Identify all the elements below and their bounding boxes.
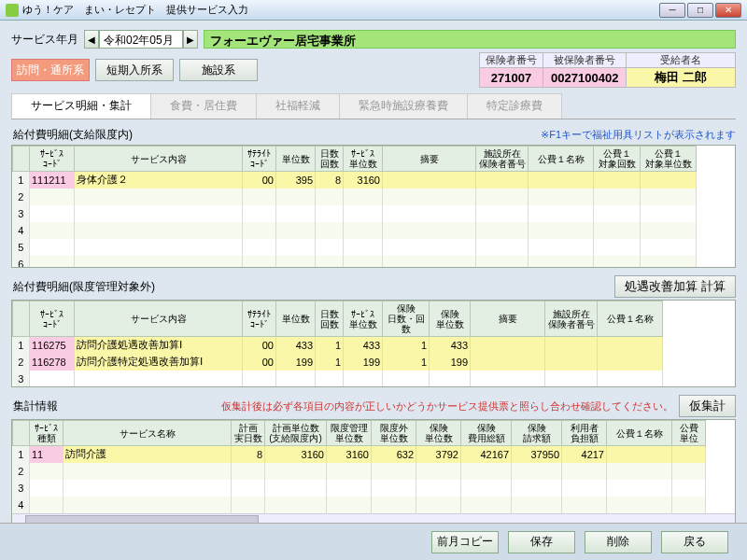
cell[interactable] xyxy=(529,256,594,269)
cell[interactable] xyxy=(562,497,607,513)
cell[interactable]: 00 xyxy=(243,172,276,189)
cell[interactable] xyxy=(344,205,383,222)
cell[interactable] xyxy=(512,480,562,497)
cell[interactable] xyxy=(672,497,706,513)
cell[interactable] xyxy=(476,239,529,256)
cell[interactable]: 8 xyxy=(316,172,344,189)
cell[interactable]: 訪問介護 xyxy=(63,446,232,463)
cell[interactable] xyxy=(316,222,344,239)
cell[interactable] xyxy=(372,497,416,513)
cell[interactable] xyxy=(383,205,476,222)
temp-summary-button[interactable]: 仮集計 xyxy=(679,395,736,417)
tab-1[interactable]: 食費・居住費 xyxy=(150,93,257,119)
delete-button[interactable]: 削除 xyxy=(585,531,652,553)
cell[interactable] xyxy=(383,387,430,388)
cell[interactable] xyxy=(562,463,607,480)
cell[interactable] xyxy=(30,480,63,497)
cell[interactable]: 433 xyxy=(344,337,383,354)
cell[interactable] xyxy=(594,189,641,205)
cell[interactable] xyxy=(30,189,75,205)
cell[interactable] xyxy=(243,256,276,269)
cell[interactable]: 116275 xyxy=(30,337,75,354)
cell[interactable] xyxy=(344,387,383,388)
cell[interactable] xyxy=(416,480,461,497)
cell[interactable] xyxy=(461,480,512,497)
cell[interactable]: 訪問介護処遇改善加算Ⅰ xyxy=(75,337,243,354)
cell[interactable]: 37950 xyxy=(512,446,562,463)
cell[interactable] xyxy=(545,354,598,371)
cell[interactable] xyxy=(529,239,594,256)
cell[interactable] xyxy=(672,463,706,480)
prev-month-button[interactable]: ◀ xyxy=(84,30,99,49)
cell[interactable] xyxy=(316,239,344,256)
cell[interactable] xyxy=(416,497,461,513)
cell[interactable] xyxy=(476,205,529,222)
cell[interactable]: 111211 xyxy=(30,172,75,189)
cell[interactable] xyxy=(316,205,344,222)
cell[interactable]: 632 xyxy=(372,446,416,463)
cell[interactable] xyxy=(641,205,697,222)
cell[interactable] xyxy=(383,172,476,189)
tab-2[interactable]: 社福軽減 xyxy=(256,93,340,119)
category-1[interactable]: 短期入所系 xyxy=(95,59,174,81)
cell[interactable]: 3 xyxy=(13,205,30,222)
cell[interactable] xyxy=(672,480,706,497)
category-0[interactable]: 訪問・通所系 xyxy=(11,59,90,81)
cell[interactable] xyxy=(243,222,276,239)
cell[interactable] xyxy=(276,387,316,388)
cell[interactable] xyxy=(607,480,672,497)
cell[interactable]: 2 xyxy=(13,354,30,371)
cell[interactable] xyxy=(327,463,372,480)
cell[interactable] xyxy=(276,239,316,256)
cell[interactable] xyxy=(75,205,243,222)
cell[interactable]: 3 xyxy=(13,371,30,387)
cell[interactable]: 116278 xyxy=(30,354,75,371)
cell[interactable] xyxy=(383,239,476,256)
tab-0[interactable]: サービス明細・集計 xyxy=(11,93,151,119)
cell[interactable] xyxy=(430,371,471,387)
cell[interactable] xyxy=(232,497,265,513)
cell[interactable] xyxy=(63,463,232,480)
cell[interactable] xyxy=(75,189,243,205)
cell[interactable] xyxy=(75,387,243,388)
cell[interactable] xyxy=(641,239,697,256)
minimize-button[interactable]: ─ xyxy=(659,3,685,18)
cell[interactable] xyxy=(594,222,641,239)
cell[interactable] xyxy=(30,222,75,239)
cell[interactable]: 395 xyxy=(276,172,316,189)
cell[interactable] xyxy=(383,371,430,387)
cell[interactable] xyxy=(372,463,416,480)
cell[interactable] xyxy=(545,387,598,388)
cell[interactable] xyxy=(276,371,316,387)
cell[interactable]: 2 xyxy=(13,189,30,205)
cell[interactable]: 3160 xyxy=(344,172,383,189)
cell[interactable] xyxy=(316,256,344,269)
cell[interactable] xyxy=(416,463,461,480)
cell[interactable] xyxy=(265,497,327,513)
cell[interactable] xyxy=(327,497,372,513)
cell[interactable] xyxy=(529,189,594,205)
cell[interactable]: 1 xyxy=(383,337,430,354)
category-2[interactable]: 施設系 xyxy=(179,59,258,81)
cell[interactable]: 433 xyxy=(276,337,316,354)
cell[interactable] xyxy=(344,189,383,205)
cell[interactable] xyxy=(232,480,265,497)
cell[interactable] xyxy=(276,205,316,222)
cell[interactable] xyxy=(594,205,641,222)
cell[interactable] xyxy=(471,337,545,354)
cell[interactable] xyxy=(476,222,529,239)
tab-4[interactable]: 特定診療費 xyxy=(467,93,562,119)
cell[interactable]: 訪問介護特定処遇改善加算Ⅰ xyxy=(75,354,243,371)
cell[interactable] xyxy=(30,205,75,222)
prev-month-copy-button[interactable]: 前月コピー xyxy=(431,531,499,553)
cell[interactable] xyxy=(607,463,672,480)
cell[interactable]: 5 xyxy=(13,239,30,256)
cell[interactable] xyxy=(372,480,416,497)
cell[interactable]: 199 xyxy=(344,354,383,371)
cell[interactable] xyxy=(594,256,641,269)
cell[interactable]: 4 xyxy=(13,497,30,513)
cell[interactable] xyxy=(30,463,63,480)
cell[interactable]: 1 xyxy=(13,172,30,189)
cell[interactable] xyxy=(265,480,327,497)
cell[interactable] xyxy=(545,371,598,387)
